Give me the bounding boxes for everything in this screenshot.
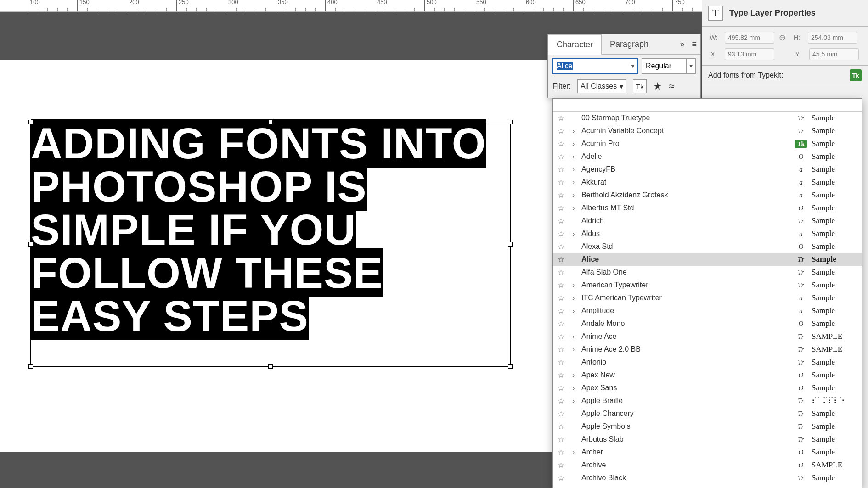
expand-family-icon[interactable]: › bbox=[570, 179, 577, 186]
typekit-filter-icon[interactable]: Tk bbox=[633, 79, 647, 93]
font-family-input[interactable] bbox=[553, 59, 628, 73]
font-list-item[interactable]: ☆AntonioTrSample bbox=[553, 356, 862, 369]
font-list-item[interactable]: ☆›AmplitudeaSample bbox=[553, 304, 862, 317]
resize-handle[interactable] bbox=[268, 364, 273, 369]
expand-family-icon[interactable]: › bbox=[570, 281, 577, 289]
font-list-item[interactable]: ☆Alexa StdOSample bbox=[553, 240, 862, 253]
typekit-icon[interactable]: Tk bbox=[850, 69, 862, 81]
font-list-item[interactable]: ☆›Albertus MT StdOSample bbox=[553, 202, 862, 214]
panel-menu-icon[interactable]: ≡ bbox=[688, 39, 700, 49]
font-list-item[interactable]: ☆›AgencyFBaSample bbox=[553, 163, 862, 176]
font-family-combo[interactable]: ▼ bbox=[552, 58, 638, 74]
font-list-item[interactable]: ☆AliceTrSample bbox=[553, 253, 862, 266]
resize-handle[interactable] bbox=[28, 120, 33, 124]
expand-family-icon[interactable]: › bbox=[570, 294, 577, 302]
filter-classes-select[interactable]: All Classes▾ bbox=[577, 79, 626, 93]
resize-handle[interactable] bbox=[508, 364, 513, 369]
favorite-star-icon[interactable]: ☆ bbox=[556, 216, 566, 226]
font-list-item[interactable]: ☆›Anime Ace 2.0 BBTrSAMPLE bbox=[553, 343, 862, 356]
font-list-item[interactable]: ☆Arbutus SlabTrSample bbox=[553, 433, 862, 446]
expand-family-icon[interactable]: › bbox=[570, 333, 577, 340]
favorite-star-icon[interactable]: ☆ bbox=[556, 345, 566, 354]
favorite-star-icon[interactable]: ☆ bbox=[556, 319, 566, 329]
expand-family-icon[interactable]: › bbox=[570, 346, 577, 353]
text-frame[interactable]: ADDING FONTS INTO PHOTOSHOP IS SIMPLE IF… bbox=[30, 122, 511, 367]
favorite-star-icon[interactable]: ☆ bbox=[556, 268, 566, 277]
font-list-item[interactable]: ☆›American TypewriterTrSample bbox=[553, 279, 862, 292]
font-list-item[interactable]: ☆›Apple BrailleTr⠎⠁⠍⠏⠇⠑ bbox=[553, 394, 862, 407]
font-style-input[interactable] bbox=[642, 59, 686, 73]
favorite-star-icon[interactable]: ☆ bbox=[556, 113, 566, 123]
favorites-filter-icon[interactable]: ★ bbox=[653, 80, 662, 92]
favorite-star-icon[interactable]: ☆ bbox=[556, 178, 566, 187]
height-value[interactable]: 254.03 mm bbox=[808, 32, 857, 44]
expand-family-icon[interactable]: › bbox=[570, 384, 577, 392]
expand-family-icon[interactable]: › bbox=[570, 153, 577, 160]
resize-handle[interactable] bbox=[508, 120, 513, 124]
expand-family-icon[interactable]: › bbox=[570, 371, 577, 379]
font-list-item[interactable]: ☆Archivo BlackTrSample bbox=[553, 471, 862, 484]
resize-handle[interactable] bbox=[28, 364, 33, 369]
favorite-star-icon[interactable]: ☆ bbox=[556, 460, 566, 470]
favorite-star-icon[interactable]: ☆ bbox=[556, 473, 566, 483]
chevron-down-icon[interactable]: ▼ bbox=[628, 59, 637, 73]
expand-family-icon[interactable]: › bbox=[570, 449, 577, 456]
font-list-item[interactable]: ☆AldrichTrSample bbox=[553, 214, 862, 227]
font-list-item[interactable]: ☆ArchiveOSAMPLE bbox=[553, 459, 862, 471]
font-list-item[interactable]: ☆Alfa Slab OneTrSample bbox=[553, 266, 862, 279]
x-value[interactable]: 93.13 mm bbox=[725, 48, 774, 60]
font-list-item[interactable]: ☆Apple SymbolsTrSample bbox=[553, 420, 862, 433]
font-list-item[interactable]: ☆›Berthold Akzidenz GroteskaSample bbox=[553, 189, 862, 202]
favorite-star-icon[interactable]: ☆ bbox=[556, 152, 566, 162]
favorite-star-icon[interactable]: ☆ bbox=[556, 139, 566, 149]
expand-family-icon[interactable]: › bbox=[570, 191, 577, 199]
font-list-item[interactable]: ☆›Acumin Variable ConceptTrSample bbox=[553, 124, 862, 137]
expand-family-icon[interactable]: › bbox=[570, 204, 577, 212]
font-dropdown-list[interactable]: ☆00 Starmap TruetypeTrSample☆›Acumin Var… bbox=[552, 98, 862, 488]
similar-fonts-icon[interactable]: ≈ bbox=[669, 80, 674, 92]
favorite-star-icon[interactable]: ☆ bbox=[556, 422, 566, 432]
expand-family-icon[interactable]: › bbox=[570, 140, 577, 147]
font-list-item[interactable]: ☆›Apex SansOSample bbox=[553, 381, 862, 394]
favorite-star-icon[interactable]: ☆ bbox=[556, 293, 566, 303]
favorite-star-icon[interactable]: ☆ bbox=[556, 370, 566, 380]
expand-family-icon[interactable]: › bbox=[570, 230, 577, 237]
favorite-star-icon[interactable]: ☆ bbox=[556, 126, 566, 136]
resize-handle[interactable] bbox=[268, 120, 273, 124]
favorite-star-icon[interactable]: ☆ bbox=[556, 280, 566, 290]
favorite-star-icon[interactable]: ☆ bbox=[556, 383, 566, 393]
font-list-item[interactable]: ☆›AdelleOSample bbox=[553, 150, 862, 163]
favorite-star-icon[interactable]: ☆ bbox=[556, 435, 566, 444]
favorite-star-icon[interactable]: ☆ bbox=[556, 203, 566, 213]
font-list-item[interactable]: ☆›Acumin ProTkSample bbox=[553, 137, 862, 150]
tab-paragraph[interactable]: Paragraph bbox=[602, 34, 657, 55]
font-list-item[interactable]: ☆00 Starmap TruetypeTrSample bbox=[553, 112, 862, 124]
favorite-star-icon[interactable]: ☆ bbox=[556, 332, 566, 342]
favorite-star-icon[interactable]: ☆ bbox=[556, 191, 566, 200]
collapse-icon[interactable]: » bbox=[676, 39, 688, 49]
font-list-item[interactable]: ☆›ITC American TypewriteraSample bbox=[553, 292, 862, 304]
y-value[interactable]: 45.5 mm bbox=[809, 48, 859, 60]
resize-handle[interactable] bbox=[28, 242, 33, 247]
font-list-item[interactable]: ☆›ArcherOSample bbox=[553, 446, 862, 459]
favorite-star-icon[interactable]: ☆ bbox=[556, 306, 566, 316]
tab-character[interactable]: Character bbox=[548, 34, 602, 55]
font-list-item[interactable]: ☆Andale MonoOSample bbox=[553, 317, 862, 330]
resize-handle[interactable] bbox=[508, 242, 513, 247]
font-list-item[interactable]: ☆›Apex NewOSample bbox=[553, 369, 862, 381]
favorite-star-icon[interactable]: ☆ bbox=[556, 396, 566, 406]
font-list-item[interactable]: ☆›AkkurataSample bbox=[553, 176, 862, 189]
expand-family-icon[interactable]: › bbox=[570, 397, 577, 404]
selected-text[interactable]: ADDING FONTS INTO PHOTOSHOP IS SIMPLE IF… bbox=[31, 122, 510, 338]
favorite-star-icon[interactable]: ☆ bbox=[556, 242, 566, 252]
font-list-item[interactable]: ☆›AldusaSample bbox=[553, 227, 862, 240]
link-dimensions-icon[interactable]: ⊖ bbox=[779, 33, 786, 43]
chevron-down-icon[interactable]: ▼ bbox=[686, 59, 695, 73]
favorite-star-icon[interactable]: ☆ bbox=[556, 358, 566, 367]
width-value[interactable]: 495.82 mm bbox=[725, 32, 774, 44]
favorite-star-icon[interactable]: ☆ bbox=[556, 448, 566, 457]
font-list-item[interactable]: ☆›Anime AceTrSAMPLE bbox=[553, 330, 862, 343]
font-style-combo[interactable]: ▼ bbox=[642, 58, 696, 74]
favorite-star-icon[interactable]: ☆ bbox=[556, 165, 566, 174]
font-list-item[interactable]: ☆Apple ChanceryTrSample bbox=[553, 407, 862, 420]
